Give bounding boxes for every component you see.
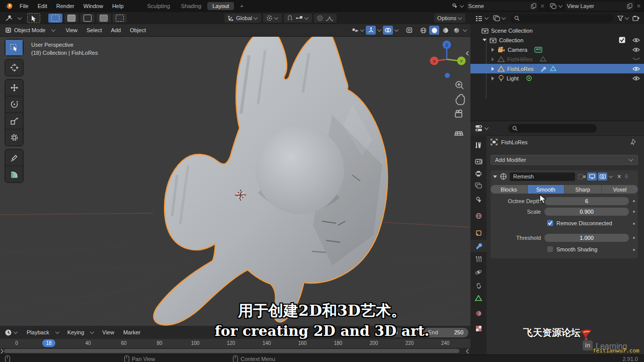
navigation-gizmo[interactable]: Z X Y xyxy=(430,41,466,78)
animate-dot[interactable] xyxy=(633,223,635,225)
menu-render[interactable]: Render xyxy=(52,0,79,12)
viewport-menu-object[interactable]: Object xyxy=(125,24,150,36)
row-label[interactable]: Scene Collection xyxy=(491,28,533,34)
tool-scale[interactable] xyxy=(5,113,23,129)
eye-visible-icon[interactable] xyxy=(632,76,640,81)
select-mode-subtract-button[interactable] xyxy=(80,14,95,23)
menu-window[interactable]: Window xyxy=(79,0,108,12)
active-tool-button[interactable] xyxy=(27,13,40,23)
tool-annotate[interactable] xyxy=(5,149,23,166)
smooth-shading-label[interactable]: Smooth Shading xyxy=(556,246,597,252)
timeline-scrollbar[interactable] xyxy=(4,349,459,353)
outliner-row-light[interactable]: Light xyxy=(470,73,644,83)
tool-cursor[interactable] xyxy=(5,59,23,76)
scene-icon[interactable] xyxy=(452,3,458,9)
falloff-curve-icon[interactable] xyxy=(326,15,334,21)
outliner-display-mode-chevron[interactable] xyxy=(485,16,489,20)
view-layer-dropdown-chevron[interactable] xyxy=(558,4,562,8)
checkbox-unchecked-icon[interactable] xyxy=(547,246,553,252)
timeline-ruler[interactable]: 0 40 60 80 100 120 140 160 180 200 220 2… xyxy=(0,339,470,348)
shading-wireframe-button[interactable] xyxy=(418,26,428,35)
tab-particles[interactable] xyxy=(470,253,487,265)
scroll-right-arrow-icon[interactable] xyxy=(465,348,469,354)
tool-move[interactable] xyxy=(5,79,23,96)
viewport-menu-select[interactable]: Select xyxy=(82,24,107,36)
outliner-row-camera[interactable]: Camera xyxy=(470,45,644,54)
gizmo-toggle-button[interactable] xyxy=(366,26,376,35)
visibility-toggle-button[interactable] xyxy=(352,26,365,35)
shading-chevron[interactable] xyxy=(463,28,467,32)
camera-view-icon[interactable] xyxy=(455,110,462,118)
blender-logo-icon[interactable] xyxy=(4,2,13,10)
sidebar-collapse-icon[interactable] xyxy=(466,51,468,55)
animate-dot[interactable] xyxy=(633,211,635,213)
funnel-filter-icon[interactable] xyxy=(617,16,623,21)
pin-icon[interactable] xyxy=(630,139,637,145)
tab-modifiers-active[interactable] xyxy=(470,240,487,252)
tab-physics[interactable] xyxy=(470,266,487,278)
mode-voxel-button[interactable]: Voxel xyxy=(602,185,638,194)
tab-tool[interactable] xyxy=(470,139,487,151)
properties-search-input[interactable] xyxy=(508,124,597,133)
mode-chevron[interactable] xyxy=(51,28,55,32)
display-editmode-icon[interactable] xyxy=(578,173,586,180)
fish-model[interactable] xyxy=(153,31,387,325)
viewport-canvas[interactable]: Z X Y xyxy=(0,24,470,326)
animate-dot[interactable] xyxy=(633,249,635,251)
outliner-row-scene-collection[interactable]: Scene Collection xyxy=(470,26,644,35)
proportional-edit-group[interactable] xyxy=(314,14,337,23)
snap-magnet-icon[interactable] xyxy=(287,15,293,21)
scene-name-field[interactable]: Scene xyxy=(466,2,538,11)
pan-hand-icon[interactable] xyxy=(456,95,464,105)
tool-dropdown-chevron[interactable] xyxy=(18,16,22,20)
eye-visible-icon[interactable] xyxy=(632,66,640,71)
tool-measure[interactable] xyxy=(5,166,23,183)
outliner-filter-image-chevron[interactable] xyxy=(502,16,506,20)
modifier-name-field[interactable]: Remesh xyxy=(510,172,575,181)
scale-field[interactable]: 0.900 xyxy=(544,208,629,216)
funnel-chevron[interactable] xyxy=(625,16,629,20)
outliner-filter-image-icon[interactable] xyxy=(493,15,500,21)
animate-dot[interactable] xyxy=(633,200,635,202)
eye-visible-icon[interactable] xyxy=(632,47,640,52)
drag-handle-icon[interactable]: ⠿ xyxy=(624,174,628,179)
display-render-toggle[interactable] xyxy=(598,172,607,180)
row-label[interactable]: Light xyxy=(507,75,519,81)
tool-select-box[interactable] xyxy=(5,39,23,56)
breadcrumb-object-name[interactable]: FishLoRes xyxy=(501,139,528,145)
tab-world[interactable] xyxy=(470,210,487,222)
outliner-row-fishhires[interactable]: FishHiRes xyxy=(470,54,644,64)
scene-dropdown-chevron[interactable] xyxy=(459,4,463,8)
viewport-menu-add[interactable]: Add xyxy=(107,24,126,36)
tab-scene[interactable] xyxy=(470,194,487,206)
checkbox-checked-icon[interactable] xyxy=(547,220,553,226)
mode-smooth-button[interactable]: Smooth xyxy=(528,185,565,194)
tab-constraints[interactable] xyxy=(470,279,487,291)
expand-arrow-icon[interactable] xyxy=(492,57,494,61)
overlays-chevron[interactable] xyxy=(394,28,398,32)
options-dropdown[interactable]: Options xyxy=(434,14,465,23)
animate-dot[interactable] xyxy=(633,237,635,239)
perspective-grid-icon[interactable] xyxy=(455,132,463,135)
collapse-arrow-icon[interactable] xyxy=(482,39,487,41)
eye-visible-icon[interactable] xyxy=(632,38,640,43)
gizmo-chevron[interactable] xyxy=(377,28,381,32)
collection-checkbox-checked[interactable] xyxy=(619,37,625,43)
viewport-menu-view[interactable]: View xyxy=(61,24,82,36)
select-mode-extend-button[interactable] xyxy=(64,14,78,23)
tab-output[interactable] xyxy=(470,167,487,179)
expand-arrow-icon[interactable] xyxy=(492,48,494,52)
expand-arrow-icon[interactable] xyxy=(492,76,494,80)
shading-solid-button[interactable] xyxy=(429,26,439,35)
workspace-tab-layout[interactable]: Layout xyxy=(207,2,234,10)
outliner-search-input[interactable] xyxy=(510,14,613,23)
mode-selector[interactable]: Object Mode xyxy=(12,24,50,36)
menu-edit[interactable]: Edit xyxy=(33,0,52,12)
overlays-toggle-button[interactable] xyxy=(383,26,393,35)
select-mode-set-button[interactable] xyxy=(48,14,62,23)
row-label[interactable]: Camera xyxy=(508,47,527,53)
tab-object[interactable] xyxy=(470,227,487,239)
copy-scene-icon[interactable] xyxy=(531,3,536,9)
snapping-group[interactable] xyxy=(284,14,312,23)
display-realtime-toggle[interactable] xyxy=(587,172,597,180)
